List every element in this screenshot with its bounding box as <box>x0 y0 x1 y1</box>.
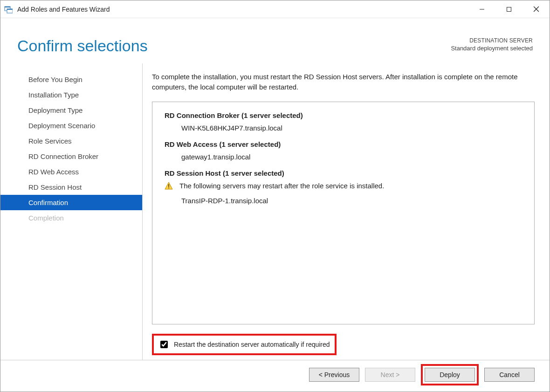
restart-label: Restart the destination server automatic… <box>174 341 330 348</box>
summary-panel: RD Connection Broker (1 server selected)… <box>152 102 535 325</box>
restart-checkbox[interactable] <box>160 341 168 348</box>
step-rd-web-access[interactable]: RD Web Access <box>0 164 142 179</box>
svg-rect-5 <box>507 7 511 11</box>
destination-label: DESTINATION SERVER <box>451 37 533 44</box>
server-item: WIN-K5L68HKJ4P7.transip.local <box>165 124 522 132</box>
svg-rect-9 <box>168 184 169 187</box>
warning-icon <box>165 182 173 190</box>
destination-server-block: DESTINATION SERVER Standard deployment s… <box>451 37 533 53</box>
main-content: To complete the installation, you must r… <box>143 63 550 360</box>
svg-rect-1 <box>5 7 10 7</box>
wizard-body: Before You Begin Installation Type Deplo… <box>0 63 550 360</box>
step-deployment-scenario[interactable]: Deployment Scenario <box>0 118 142 133</box>
previous-button[interactable]: < Previous <box>309 368 359 382</box>
server-item: gateway1.transip.local <box>165 153 522 161</box>
step-confirmation[interactable]: Confirmation <box>0 195 142 210</box>
titlebar: Add Roles and Features Wizard <box>0 0 550 18</box>
step-deployment-type[interactable]: Deployment Type <box>0 103 142 118</box>
step-before-you-begin[interactable]: Before You Begin <box>0 72 142 87</box>
server-item: TransIP-RDP-1.transip.local <box>165 197 522 205</box>
deploy-button[interactable]: Deploy <box>425 368 475 382</box>
close-button[interactable] <box>522 0 550 18</box>
step-rd-connection-broker[interactable]: RD Connection Broker <box>0 149 142 164</box>
window-controls <box>468 0 550 18</box>
header: Confirm selections DESTINATION SERVER St… <box>0 18 550 63</box>
window-title: Add Roles and Features Wizard <box>17 6 110 13</box>
step-installation-type[interactable]: Installation Type <box>0 87 142 103</box>
section-head-rd-session-host: RD Session Host (1 server selected) <box>165 169 522 177</box>
deploy-highlight: Deploy <box>421 364 479 385</box>
step-completion: Completion <box>0 210 142 226</box>
step-rd-session-host[interactable]: RD Session Host <box>0 179 142 195</box>
step-role-services[interactable]: Role Services <box>0 133 142 149</box>
destination-value: Standard deployment selected <box>451 44 533 53</box>
wizard-footer: < Previous Next > Deploy Cancel <box>0 360 550 389</box>
maximize-button[interactable] <box>495 0 522 18</box>
next-button: Next > <box>365 368 415 382</box>
cancel-button[interactable]: Cancel <box>484 368 535 382</box>
server-manager-icon <box>4 5 13 14</box>
minimize-button[interactable] <box>468 0 495 18</box>
warning-text: The following servers may restart after … <box>179 182 384 190</box>
section-head-rd-web-access: RD Web Access (1 server selected) <box>165 140 522 148</box>
warning-row: The following servers may restart after … <box>165 182 522 190</box>
svg-rect-10 <box>168 187 169 188</box>
intro-text: To complete the installation, you must r… <box>152 72 535 92</box>
restart-checkbox-row[interactable]: Restart the destination server automatic… <box>152 334 337 355</box>
section-head-rd-connection-broker: RD Connection Broker (1 server selected) <box>165 111 522 119</box>
wizard-steps-sidebar: Before You Begin Installation Type Deplo… <box>0 63 142 360</box>
svg-rect-3 <box>7 9 13 10</box>
page-title: Confirm selections <box>17 37 148 55</box>
